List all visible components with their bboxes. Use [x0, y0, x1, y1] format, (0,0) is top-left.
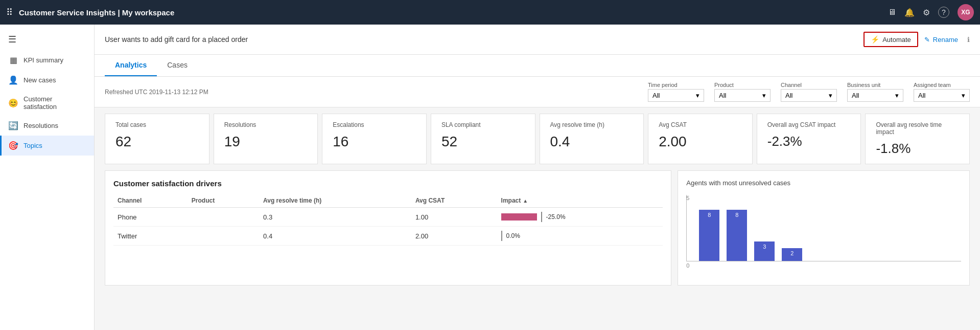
- filter-channel: Channel All ▾: [781, 82, 837, 102]
- gear-icon[interactable]: ⚙: [923, 8, 930, 17]
- kpi-total-cases-value: 62: [115, 134, 199, 150]
- filter-product-select[interactable]: All ▾: [714, 89, 771, 102]
- col-channel: Channel: [113, 194, 188, 208]
- agents-chart-title: Agents with most unresolved cases: [686, 179, 961, 187]
- kpi-avg-resolve-value: 0.4: [550, 134, 634, 150]
- avatar[interactable]: XG: [958, 4, 974, 20]
- impact-value: 0.0%: [506, 232, 520, 239]
- cell-avg-resolve: 0.3: [259, 208, 411, 227]
- impact-divider: [501, 231, 502, 241]
- filter-channel-select[interactable]: All ▾: [781, 89, 837, 102]
- kpi-card-escalations: Escalations 16: [322, 114, 427, 164]
- impact-value: -25.0%: [546, 213, 566, 221]
- kpi-csat-impact-value: -2.3%: [767, 134, 851, 149]
- chart-container: 5 0 8 8 3: [686, 195, 961, 277]
- main-content: User wants to add gift card for a placed…: [95, 25, 980, 330]
- monitor-icon[interactable]: 🖥: [888, 8, 896, 17]
- sidebar-item-topics[interactable]: 🎯 Topics: [0, 136, 94, 156]
- kpi-card-avg-resolve: Avg resolve time (h) 0.4: [540, 114, 644, 164]
- sidebar-item-new-cases[interactable]: 👤 New cases: [0, 70, 94, 90]
- kpi-resolve-impact-label: Overall avg resolve time impact: [876, 121, 959, 136]
- cell-impact: -25.0%: [497, 208, 663, 227]
- filter-assigned-team-select[interactable]: All ▾: [914, 89, 970, 102]
- new-cases-icon: 👤: [8, 75, 18, 85]
- chevron-down-icon: ▾: [696, 92, 699, 99]
- apps-icon[interactable]: ⠿: [6, 7, 13, 18]
- col-avg-resolve: Avg resolve time (h): [259, 194, 411, 208]
- cell-channel: Phone: [113, 208, 188, 227]
- agents-chart-card: Agents with most unresolved cases 5 0 8 …: [678, 170, 970, 285]
- chevron-down-icon: ▾: [962, 92, 965, 99]
- drivers-card: Customer satisfaction drivers Channel Pr…: [105, 170, 671, 285]
- top-strip: User wants to add gift card for a placed…: [95, 25, 980, 55]
- filter-business-unit: Business unit All ▾: [847, 82, 903, 102]
- filter-time-period-select[interactable]: All ▾: [648, 89, 704, 102]
- filter-product: Product All ▾: [714, 82, 771, 102]
- sidebar-item-customer-satisfaction-label: Customer satisfaction: [24, 95, 86, 111]
- filter-business-unit-select[interactable]: All ▾: [847, 89, 903, 102]
- cell-avg-resolve: 0.4: [259, 227, 411, 246]
- filter-time-period-label: Time period: [648, 82, 704, 88]
- bar-value-1: 8: [727, 210, 747, 261]
- tab-analytics[interactable]: Analytics: [105, 55, 157, 76]
- rename-icon: ✎: [924, 36, 930, 43]
- kpi-csat-impact-label: Overall avg CSAT impact: [767, 121, 851, 128]
- filter-assigned-team-label: Assigned team: [914, 82, 970, 88]
- kpi-card-total-cases: Total cases 62: [105, 114, 209, 164]
- cell-impact: 0.0%: [497, 227, 663, 246]
- kpi-escalations-value: 16: [333, 134, 416, 150]
- kpi-card-sla-compliant: SLA compliant 52: [431, 114, 535, 164]
- resolutions-icon: 🔄: [8, 121, 18, 130]
- sidebar-item-resolutions[interactable]: 🔄 Resolutions: [0, 116, 94, 136]
- sidebar-item-customer-satisfaction[interactable]: 😊 Customer satisfaction: [0, 90, 94, 116]
- filter-assigned-team: Assigned team All ▾: [914, 82, 970, 102]
- app-title: Customer Service Insights | My workspace: [19, 8, 174, 17]
- chart-bar-2: 3: [754, 241, 775, 261]
- kpi-row: Total cases 62 Resolutions 19 Escalation…: [105, 114, 970, 164]
- y-label-0: 0: [686, 262, 689, 269]
- col-impact: Impact ▲: [497, 194, 663, 208]
- chart-bar-3: 2: [782, 248, 802, 261]
- sidebar-item-kpi-summary-label: KPI summary: [24, 56, 63, 64]
- bar-value-3: 2: [782, 248, 802, 261]
- bell-icon[interactable]: 🔔: [904, 8, 915, 17]
- rename-label: Rename: [933, 36, 958, 43]
- cell-product: [188, 227, 259, 246]
- topics-icon: 🎯: [8, 141, 18, 150]
- help-icon[interactable]: ?: [938, 7, 949, 18]
- automate-button[interactable]: ⚡ Automate: [864, 32, 918, 47]
- table-row: Phone 0.3 1.00 -25.0%: [113, 208, 663, 227]
- bottom-row: Customer satisfaction drivers Channel Pr…: [105, 170, 970, 285]
- automate-label: Automate: [882, 36, 911, 43]
- y-label-5: 5: [686, 195, 689, 201]
- chart-bar-1: 8: [727, 210, 747, 261]
- drivers-table-header-row: Channel Product Avg resolve time (h) Avg…: [113, 194, 663, 208]
- tab-cases[interactable]: Cases: [157, 55, 198, 76]
- drivers-title: Customer satisfaction drivers: [113, 179, 663, 188]
- topbar: ⠿ Customer Service Insights | My workspa…: [0, 0, 980, 25]
- kpi-card-avg-csat: Avg CSAT 2.00: [648, 114, 753, 164]
- kpi-avg-csat-label: Avg CSAT: [659, 121, 742, 128]
- filter-row: Refreshed UTC 2019-11-13 12:12 PM Time p…: [95, 77, 980, 107]
- content-inner: Total cases 62 Resolutions 19 Escalation…: [95, 114, 980, 296]
- drivers-table: Channel Product Avg resolve time (h) Avg…: [113, 194, 663, 246]
- sidebar: ☰ ▦ KPI summary 👤 New cases 😊 Customer s…: [0, 25, 95, 330]
- cell-product: [188, 208, 259, 227]
- bar-value-0: 8: [699, 210, 719, 261]
- info-icon[interactable]: ℹ: [967, 36, 970, 43]
- filter-channel-label: Channel: [781, 82, 837, 88]
- kpi-avg-resolve-label: Avg resolve time (h): [550, 121, 634, 128]
- impact-bar: [501, 213, 537, 221]
- sidebar-item-topics-label: Topics: [24, 142, 42, 149]
- cell-avg-csat: 2.00: [411, 227, 497, 246]
- kpi-avg-csat-value: 2.00: [659, 134, 742, 150]
- rename-button[interactable]: ✎ Rename: [918, 33, 964, 46]
- hamburger-menu-icon[interactable]: ☰: [0, 29, 94, 50]
- kpi-card-csat-impact: Overall avg CSAT impact -2.3%: [757, 114, 861, 164]
- filter-product-label: Product: [714, 82, 771, 88]
- kpi-card-resolutions: Resolutions 19: [214, 114, 318, 164]
- kpi-sla-label: SLA compliant: [441, 121, 525, 128]
- kpi-card-resolve-impact: Overall avg resolve time impact -1.8%: [865, 114, 970, 164]
- sidebar-item-new-cases-label: New cases: [24, 76, 56, 84]
- sidebar-item-kpi-summary[interactable]: ▦ KPI summary: [0, 50, 94, 70]
